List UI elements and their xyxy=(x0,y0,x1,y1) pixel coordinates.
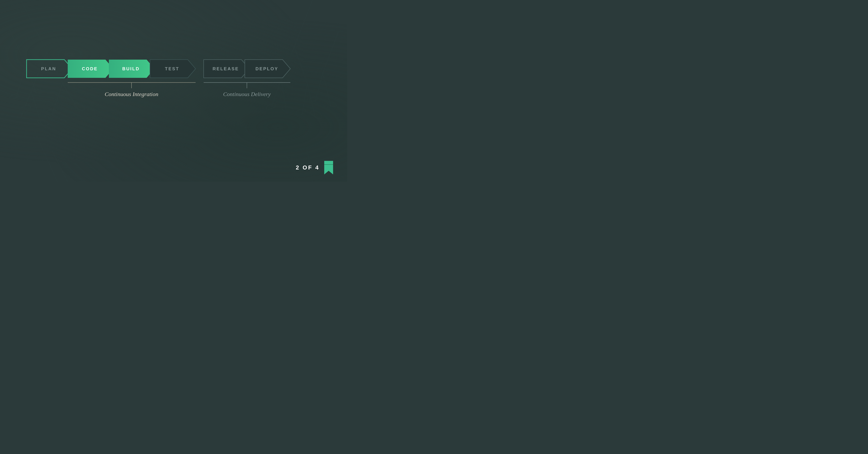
release-step: RELEASE xyxy=(204,60,249,78)
page-indicator: 2 OF 4 xyxy=(296,161,334,174)
ci-label: Continuous Integration xyxy=(105,91,158,97)
cd-label: Continuous Delivery xyxy=(223,91,271,97)
plan-step: PLAN xyxy=(27,60,72,78)
deploy-step: DEPLOY xyxy=(245,60,290,78)
release-label: RELEASE xyxy=(213,66,239,71)
bookmark-icon xyxy=(323,161,334,174)
deploy-label: DEPLOY xyxy=(255,66,278,71)
pipeline-diagram: PLAN CODE BUILD TEST RELEASE DEPLOY xyxy=(24,55,323,127)
build-label: BUILD xyxy=(122,66,140,71)
test-label: TEST xyxy=(165,66,179,71)
plan-label: PLAN xyxy=(41,66,56,71)
test-step: TEST xyxy=(150,60,195,78)
build-step: BUILD xyxy=(109,60,154,78)
code-step: CODE xyxy=(68,60,113,78)
page-text: 2 OF 4 xyxy=(296,164,319,171)
code-label: CODE xyxy=(82,66,98,71)
